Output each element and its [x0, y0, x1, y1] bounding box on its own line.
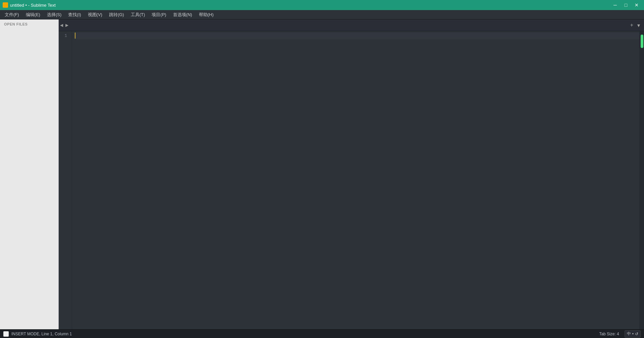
add-tab-button[interactable]: +	[629, 21, 635, 29]
menu-item-find[interactable]: 查找(I)	[65, 11, 84, 19]
editor-wrapper: ◀ ▶ + ▾ 1	[59, 19, 644, 329]
status-lang-icon[interactable]: 中	[627, 331, 631, 337]
line-number-1: 1	[59, 33, 69, 39]
window-title: untitled • - Sublime Text	[10, 3, 610, 8]
status-bar: INSERT MODE, Line 1, Column 1 Tab Size: …	[0, 329, 644, 338]
tab-nav-right-button[interactable]: ▶	[64, 19, 69, 31]
menu-item-select[interactable]: 选择(S)	[44, 11, 65, 19]
menu-item-preferences[interactable]: 首选项(N)	[170, 11, 196, 19]
close-button[interactable]: ✕	[632, 2, 641, 8]
tab-options-button[interactable]: ▾	[636, 21, 641, 29]
status-right: Tab Size: 4 中 • ↺	[599, 330, 641, 338]
window-controls: ─ □ ✕	[610, 2, 641, 8]
menu-bar: 文件(F)编辑(E)选择(S)查找(I)视图(V)跳转(G)工具(T)项目(P)…	[0, 10, 644, 19]
menu-item-edit[interactable]: 编辑(E)	[22, 11, 44, 19]
menu-item-project[interactable]: 项目(P)	[148, 11, 169, 19]
tab-actions: + ▾	[629, 21, 644, 29]
menu-item-file[interactable]: 文件(F)	[1, 11, 22, 19]
line-numbers: 1	[59, 31, 72, 329]
code-editor[interactable]	[72, 31, 639, 329]
minimize-button[interactable]: ─	[610, 2, 620, 8]
tab-size-label[interactable]: Tab Size: 4	[599, 332, 619, 336]
scrollbar-thumb[interactable]	[641, 35, 643, 48]
maximize-button[interactable]: □	[621, 2, 631, 8]
title-bar: untitled • - Sublime Text ─ □ ✕	[0, 0, 644, 10]
status-mode-text: INSERT MODE, Line 1, Column 1	[11, 332, 72, 336]
status-indicator-icon	[3, 331, 9, 337]
open-files-label: OPEN FILES	[0, 19, 58, 29]
menu-item-tools[interactable]: 工具(T)	[127, 11, 149, 19]
cursor-line	[75, 33, 639, 39]
menu-item-help[interactable]: 帮助(H)	[196, 11, 217, 19]
menu-item-goto[interactable]: 跳转(G)	[106, 11, 127, 19]
tab-bar: ◀ ▶ + ▾	[59, 19, 644, 31]
status-dot-icon: •	[632, 332, 634, 336]
status-refresh-icon[interactable]: ↺	[635, 332, 638, 336]
editor-container[interactable]: 1	[59, 31, 644, 329]
app-icon	[3, 2, 8, 8]
sidebar: OPEN FILES	[0, 19, 59, 329]
vertical-scrollbar[interactable]	[639, 31, 644, 329]
text-cursor	[75, 33, 75, 39]
main-layout: OPEN FILES ◀ ▶ + ▾ 1	[0, 19, 644, 329]
status-icons: 中 • ↺	[625, 330, 641, 338]
menu-item-view[interactable]: 视图(V)	[85, 11, 106, 19]
tab-nav-left-button[interactable]: ◀	[59, 19, 64, 31]
